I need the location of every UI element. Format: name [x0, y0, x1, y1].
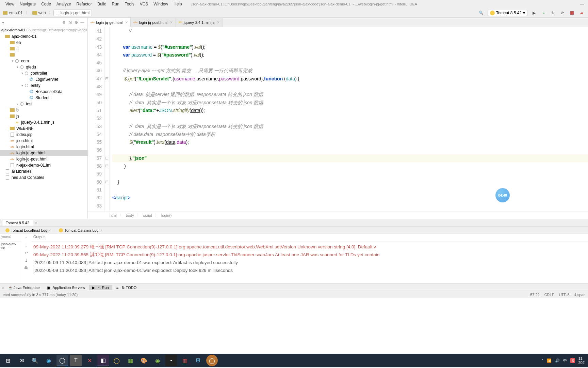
- app-icon-leaf[interactable]: ◉: [152, 355, 163, 366]
- menu-window[interactable]: Window: [151, 1, 171, 7]
- tree-item[interactable]: ▾com: [0, 58, 87, 64]
- minimize-icon[interactable]: —: [576, 2, 588, 6]
- close-icon[interactable]: ×: [125, 20, 128, 25]
- structure-breadcrumb[interactable]: html〉body〉script〉login(): [88, 211, 588, 219]
- tree-item[interactable]: ▾entity: [0, 82, 87, 89]
- tree-item[interactable]: ⒸResponseData: [0, 89, 87, 95]
- tree-item[interactable]: ⒸStudent: [0, 95, 87, 101]
- project-tree[interactable]: ajax-demo-01eatt▾com▾qfedu▾controllerⒸLo…: [0, 33, 87, 181]
- stop-button[interactable]: [569, 10, 575, 16]
- intellij-icon[interactable]: ◧: [97, 355, 109, 366]
- editor-tab[interactable]: JSjquery-3.4.1.min.js×: [176, 18, 223, 27]
- console-output[interactable]: 09-May-2022 11:20:39.279 璀﹀憡 [RMI TCP Co…: [31, 242, 588, 283]
- system-tray[interactable]: ˄ 📶 🔊 中 S 11202: [541, 356, 588, 365]
- fold-gutter[interactable]: −−−−: [105, 27, 110, 211]
- breadcrumb-module[interactable]: emo-01: [1, 10, 25, 16]
- menu-build[interactable]: Build: [95, 1, 109, 7]
- crumb-item[interactable]: script: [143, 213, 152, 217]
- ime-indicator[interactable]: 中: [563, 358, 567, 363]
- menu-run[interactable]: Run: [109, 1, 122, 7]
- close-icon[interactable]: ×: [35, 221, 37, 225]
- tree-item[interactable]: tt: [0, 46, 87, 52]
- menu-navigate[interactable]: Navigate: [17, 1, 38, 7]
- close-icon[interactable]: ×: [100, 228, 102, 232]
- tool-tab[interactable]: ▣Application Servers: [44, 285, 88, 290]
- tree-item[interactable]: JSjquery-3.4.1.min.js: [0, 119, 87, 125]
- avatar-icon[interactable]: ◯: [206, 355, 218, 366]
- app-icon-yellow[interactable]: ◯: [111, 355, 122, 366]
- breadcrumb-file[interactable]: login-jq-get.html: [53, 10, 92, 16]
- app-icon[interactable]: ◉: [43, 355, 54, 366]
- tree-item[interactable]: ▾qfedu: [0, 64, 87, 70]
- wifi-icon[interactable]: 📶: [547, 358, 552, 363]
- log-tab[interactable]: Tomcat Localhost Log×: [3, 228, 53, 233]
- tree-item[interactable]: [0, 52, 87, 58]
- tree-item[interactable]: </>login.html: [0, 144, 87, 150]
- shield-icon[interactable]: ⛨: [193, 355, 204, 366]
- menu-tools[interactable]: Tools: [122, 1, 137, 7]
- chrome-icon[interactable]: ◯: [56, 355, 68, 366]
- menu-view[interactable]: View: [3, 1, 17, 7]
- soft-wrap-icon[interactable]: ↩: [24, 250, 28, 255]
- artifact-label[interactable]: json-ajax-de: [0, 242, 21, 283]
- tree-item[interactable]: b: [0, 107, 87, 113]
- paint-icon[interactable]: 🎨: [138, 355, 150, 366]
- line-separator[interactable]: CRLF: [544, 293, 554, 297]
- ime-icon[interactable]: S: [570, 358, 575, 363]
- breadcrumb-folder[interactable]: web: [30, 10, 48, 16]
- tree-item[interactable]: ▸test: [0, 101, 87, 107]
- menu-vcs[interactable]: VCS: [137, 1, 151, 7]
- editor-tab[interactable]: </>login-jq-get.html×: [88, 18, 131, 27]
- tree-item[interactable]: WEB-INF: [0, 125, 87, 132]
- crumb-item[interactable]: html: [110, 213, 117, 217]
- more-icon[interactable]: »: [2, 286, 4, 290]
- text-app-icon[interactable]: T: [70, 355, 82, 366]
- tree-item[interactable]: </>login-jq-get.html: [0, 150, 87, 156]
- tree-item[interactable]: n-ajax-demo-01.iml: [0, 162, 87, 168]
- run-button[interactable]: ▶: [531, 10, 537, 16]
- volume-icon[interactable]: 🔊: [555, 358, 560, 363]
- mail-icon[interactable]: ✉: [16, 355, 27, 366]
- update-button[interactable]: ⟳: [559, 10, 566, 16]
- office-icon[interactable]: ▥: [179, 355, 191, 366]
- tool-tab[interactable]: ▶4: Run: [89, 285, 112, 290]
- tool-tab[interactable]: ☕Java Enterprise: [5, 285, 43, 290]
- down-arrow-icon[interactable]: ↓: [25, 243, 27, 248]
- close-icon[interactable]: ×: [170, 20, 173, 25]
- tree-item[interactable]: ⒸLoginServlet: [0, 76, 87, 82]
- collapse-icon[interactable]: ⇲: [67, 19, 73, 26]
- menu-analyze[interactable]: Analyze: [54, 1, 74, 7]
- tree-item[interactable]: ▾controller: [0, 70, 87, 76]
- tree-item[interactable]: </>json.html: [0, 138, 87, 144]
- tree-item[interactable]: index.jsp: [0, 132, 87, 138]
- file-encoding[interactable]: UTF-8: [559, 293, 569, 297]
- crumb-item[interactable]: login(): [161, 213, 172, 217]
- more-icon[interactable]: ▰: [578, 10, 585, 16]
- tree-item[interactable]: js: [0, 113, 87, 119]
- menu-refactor[interactable]: Refactor: [74, 1, 95, 7]
- close-icon[interactable]: ×: [49, 228, 51, 232]
- tree-item[interactable]: </>login-jq-post.html: [0, 156, 87, 162]
- search-icon[interactable]: 🔍: [29, 355, 41, 366]
- tray-up-icon[interactable]: ˄: [541, 358, 543, 363]
- crumb-item[interactable]: body: [126, 213, 134, 217]
- project-dropdown-icon[interactable]: ▾: [2, 20, 4, 25]
- indent-info[interactable]: 4 spac: [574, 293, 585, 297]
- project-root[interactable]: ajax-demo-01 C:\Users\wgz\Desktop\qianfe…: [0, 27, 87, 33]
- editor-tab[interactable]: </>login-jq-post.html×: [131, 18, 176, 27]
- log-tab[interactable]: Tomcat Catalina Log×: [57, 228, 104, 233]
- app-icon-red[interactable]: ✕: [84, 355, 95, 366]
- run-config-dropdown[interactable]: Tomcat 8.5.42 ▾: [488, 10, 527, 16]
- tool-tab[interactable]: ≡6: TODO: [113, 285, 140, 290]
- tree-item[interactable]: ea: [0, 40, 87, 46]
- terminal-icon[interactable]: ▪: [165, 355, 177, 366]
- menu-help[interactable]: Help: [171, 1, 185, 7]
- code-editor[interactable]: 4142434445464748495051525354555657585960…: [88, 27, 588, 211]
- code-content[interactable]: 04:48 */ var username = $("#username").v…: [110, 27, 588, 211]
- debug-button[interactable]: ⌁: [540, 10, 546, 16]
- app-icon-green[interactable]: ▦: [125, 355, 136, 366]
- scroll-end-icon[interactable]: ⤓: [24, 258, 28, 263]
- clock[interactable]: 11202: [578, 356, 585, 365]
- rerun-button[interactable]: ↻: [550, 10, 556, 16]
- run-tab-label[interactable]: Tomcat 8.5.42: [2, 220, 33, 226]
